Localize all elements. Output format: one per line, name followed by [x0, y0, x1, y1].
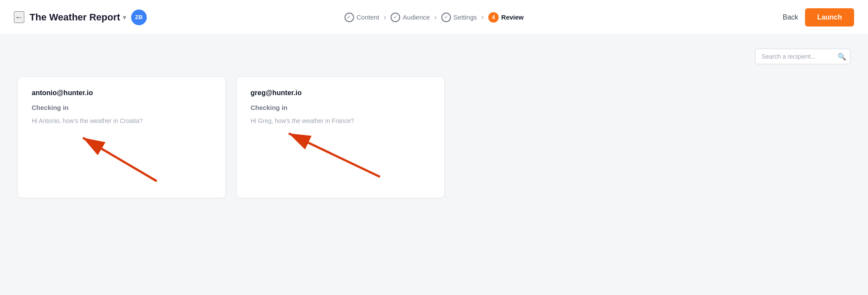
step-settings-label: Settings [453, 13, 477, 21]
step-separator-3: › [481, 13, 484, 22]
step-audience-label: Audience [403, 13, 430, 21]
step-audience[interactable]: ✓ Audience [391, 13, 430, 22]
step-review-label: Review [501, 13, 524, 21]
avatar: ZB [131, 10, 147, 25]
search-recipient-input[interactable] [755, 49, 851, 64]
search-icon[interactable]: 🔍 [838, 53, 846, 61]
recipient-email-1: greg@hunter.io [251, 89, 430, 97]
header-left: ← The Weather Report ▾ ZB [14, 10, 147, 25]
recipient-email-0: antonio@hunter.io [32, 89, 211, 97]
svg-line-1 [83, 138, 157, 181]
header-right: Back Launch [783, 8, 854, 27]
recipient-card-1: greg@hunter.io Checking in Hi Greg, how'… [236, 76, 445, 198]
recipient-body-1: Hi Greg, how's the weather in France? [251, 116, 430, 126]
chevron-down-icon: ▾ [123, 14, 126, 21]
step-separator-1: › [384, 13, 386, 22]
header: ← The Weather Report ▾ ZB ✓ Content › ✓ … [0, 0, 868, 35]
step-audience-check: ✓ [391, 13, 400, 22]
step-review-badge: 4 [488, 12, 498, 23]
step-content-check: ✓ [344, 13, 354, 22]
arrow-annotation-0 [70, 129, 165, 186]
step-settings-check: ✓ [441, 13, 451, 22]
recipient-body-0: Hi Antonio, how's the weather in Croatia… [32, 116, 211, 126]
recipient-subject-1: Checking in [251, 104, 430, 111]
step-separator-2: › [434, 13, 437, 22]
arrow-annotation-1 [280, 125, 389, 181]
recipient-subject-0: Checking in [32, 104, 211, 111]
launch-button[interactable]: Launch [805, 8, 854, 27]
nav-steps: ✓ Content › ✓ Audience › ✓ Settings › 4 … [344, 12, 524, 23]
left-arrow-icon: ← [15, 12, 23, 22]
campaign-title[interactable]: The Weather Report ▾ [30, 12, 126, 23]
back-nav-arrow[interactable]: ← [14, 11, 24, 23]
step-review[interactable]: 4 Review [488, 12, 524, 23]
svg-line-3 [289, 133, 380, 177]
search-bar-row: 🔍 [17, 49, 851, 64]
step-content-label: Content [356, 13, 380, 21]
recipient-card-0: antonio@hunter.io Checking in Hi Antonio… [17, 76, 226, 198]
main-content: 🔍 antonio@hunter.io Checking in Hi Anton… [0, 35, 868, 212]
cards-grid: antonio@hunter.io Checking in Hi Antonio… [17, 76, 851, 198]
back-button[interactable]: Back [783, 13, 799, 21]
search-input-wrapper: 🔍 [755, 49, 851, 64]
step-content[interactable]: ✓ Content [344, 13, 380, 22]
campaign-title-text: The Weather Report [30, 12, 120, 23]
step-settings[interactable]: ✓ Settings [441, 13, 477, 22]
